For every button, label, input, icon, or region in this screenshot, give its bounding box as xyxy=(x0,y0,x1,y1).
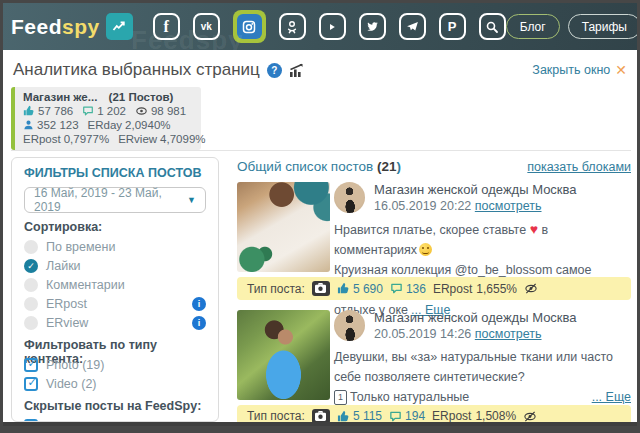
post-meta: Магазин женской одежды Москва 16.05.2019… xyxy=(334,182,631,213)
facebook-icon[interactable]: f xyxy=(153,13,180,40)
avatar xyxy=(334,310,365,341)
show-blocks-link[interactable]: показать блоками xyxy=(527,160,631,174)
feedspy-logo[interactable]: Feedspy xyxy=(11,13,133,40)
help-icon[interactable]: ? xyxy=(267,63,282,78)
post-author: Магазин женской одежды Москва xyxy=(374,182,577,197)
camera-icon xyxy=(312,281,330,296)
avatar xyxy=(334,182,365,213)
close-icon: ✕ xyxy=(615,62,627,78)
keycap-one-emoji: 1 xyxy=(334,390,347,405)
radio-icon[interactable] xyxy=(24,278,38,292)
account-name: Магазин же... xyxy=(23,90,97,104)
radio-icon[interactable] xyxy=(24,240,38,254)
summary-engagement-row: 57 786 1 202 98 981 xyxy=(23,104,193,118)
sort-option-likes[interactable]: Лайки xyxy=(24,257,206,274)
likes-stat: 57 786 xyxy=(23,104,73,118)
view-post-link[interactable]: посмотреть xyxy=(475,199,542,213)
post-comments: 136 xyxy=(390,282,426,296)
info-icon[interactable]: i xyxy=(192,316,206,330)
post-type-label: Тип поста: xyxy=(247,409,305,423)
views-stat: 98 981 xyxy=(135,104,186,118)
post-erpost: ERpost1,655% xyxy=(433,282,517,296)
post-text: Нравится платье, скорее ставьте ♥ в комм… xyxy=(334,219,631,320)
content-type-label: Фильтровать по типу контента: xyxy=(24,338,206,354)
view-post-link[interactable]: посмотреть xyxy=(475,327,542,341)
post-thumbnail[interactable] xyxy=(237,310,330,400)
post-erpost: ERpost1,508% xyxy=(432,409,516,423)
instagram-icon[interactable] xyxy=(233,10,266,43)
logo-feed: Feed xyxy=(11,15,62,38)
page-title: Аналитика выбранных страниц xyxy=(13,60,260,80)
comments-stat: 1 202 xyxy=(82,104,126,118)
posts-list-header: Общий список постов (21) показать блокам… xyxy=(237,159,631,174)
trend-icon xyxy=(106,13,133,40)
sort-option-erview[interactable]: ERview i xyxy=(24,314,206,331)
more-link[interactable]: ... Еще xyxy=(592,387,631,407)
erday-stat: ERday2,0940% xyxy=(88,118,171,132)
pinterest-icon[interactable]: P xyxy=(439,13,466,40)
filters-title: ФИЛЬТРЫ СПИСКА ПОСТОВ xyxy=(24,166,206,180)
sort-option-time[interactable]: По времени xyxy=(24,238,206,255)
youtube-icon[interactable] xyxy=(319,13,346,40)
telegram-icon[interactable] xyxy=(399,13,426,40)
social-networks-bar: f vk P xyxy=(153,10,506,43)
info-icon[interactable]: i xyxy=(192,297,206,311)
post-likes: 5 690 xyxy=(337,282,383,296)
close-window-link[interactable]: Закрыть окно ✕ xyxy=(532,62,627,78)
sort-option-comments[interactable]: Комментарии xyxy=(24,276,206,293)
window-frame: Feedspy Feedspy f vk xyxy=(0,0,640,433)
hidden-eye-icon[interactable] xyxy=(524,282,538,295)
logo-spy: spy xyxy=(62,15,100,38)
analytics-chart-icon[interactable] xyxy=(289,63,306,78)
date-range-select[interactable]: 16 Май, 2019 - 23 Май, 2019 ▼ xyxy=(24,187,206,213)
top-header: Feedspy Feedspy f vk xyxy=(3,3,637,50)
tariffs-button[interactable]: Тарифы xyxy=(568,14,637,39)
post-likes: 5 115 xyxy=(337,409,382,423)
radio-icon[interactable] xyxy=(24,316,38,330)
post-meta: Магазин женской одежды Москва 20.05.2019… xyxy=(334,310,631,341)
post-comments: 194 xyxy=(389,409,425,423)
sort-label: Сортировка: xyxy=(24,220,206,236)
post-type-label: Тип поста: xyxy=(247,282,305,296)
header-buttons: Блог Тарифы Выйти xyxy=(506,14,637,39)
post-date: 16.05.2019 20:22 посмотреть xyxy=(374,199,577,213)
posts-list-title: Общий список постов (21) xyxy=(237,159,401,174)
page-title-row: Аналитика выбранных страниц ? Закрыть ок… xyxy=(13,60,627,80)
subscribers-stat: 352 123 xyxy=(23,118,79,132)
summary-er-row: ERpost0,7977% ERview4,7099% xyxy=(23,132,193,146)
erpost-stat: ERpost0,7977% xyxy=(23,132,109,146)
posts-list: Общий список постов (21) показать блокам… xyxy=(237,157,633,426)
radio-icon[interactable] xyxy=(24,259,38,273)
radio-icon[interactable] xyxy=(24,297,38,311)
blog-button[interactable]: Блог xyxy=(506,14,560,39)
account-summary-card: Магазин же... (21 Постов) 57 786 1 202 9… xyxy=(11,87,201,150)
erview-stat: ERview4,7099% xyxy=(118,132,205,146)
bottom-scrollbar[interactable] xyxy=(3,422,637,426)
wink-emoji xyxy=(419,243,432,256)
sort-option-erpost[interactable]: ERpost i xyxy=(24,295,206,312)
instagram-glyph xyxy=(237,14,262,39)
checkbox-icon[interactable] xyxy=(24,358,38,372)
search-icon[interactable] xyxy=(479,13,506,40)
post-item: Магазин женской одежды Москва 20.05.2019… xyxy=(237,310,631,407)
content-type-video[interactable]: Video (2) xyxy=(24,375,206,392)
post-thumbnail[interactable] xyxy=(237,182,330,272)
hidden-eye-icon[interactable] xyxy=(523,410,537,423)
chevron-down-icon: ▼ xyxy=(187,195,196,205)
hidden-posts-label: Скрытые посты на FeedSpy: xyxy=(24,399,206,415)
heart-emoji: ♥ xyxy=(530,221,538,237)
odnoklassniki-icon[interactable] xyxy=(279,13,306,40)
twitter-icon[interactable] xyxy=(359,13,386,40)
content-type-photo[interactable]: Photo (19) xyxy=(24,356,206,373)
post-stats-bar: Тип поста: 5 690 136 ERpost1,655% xyxy=(237,277,631,300)
post-date: 20.05.2019 14:26 посмотреть xyxy=(374,327,577,341)
summary-subscribers-row: 352 123 ERday2,0940% xyxy=(23,118,193,132)
app-window: Feedspy Feedspy f vk xyxy=(3,3,637,426)
checkbox-icon[interactable] xyxy=(24,377,38,391)
summary-account-row: Магазин же... (21 Постов) xyxy=(23,90,193,104)
post-text: Девушки, вы «за» натуральные ткани или ч… xyxy=(334,347,631,407)
vk-icon[interactable]: vk xyxy=(193,13,220,40)
filters-panel: ФИЛЬТРЫ СПИСКА ПОСТОВ 16 Май, 2019 - 23 … xyxy=(11,157,219,422)
content-divider xyxy=(11,150,631,151)
post-author: Магазин женской одежды Москва xyxy=(374,310,577,325)
